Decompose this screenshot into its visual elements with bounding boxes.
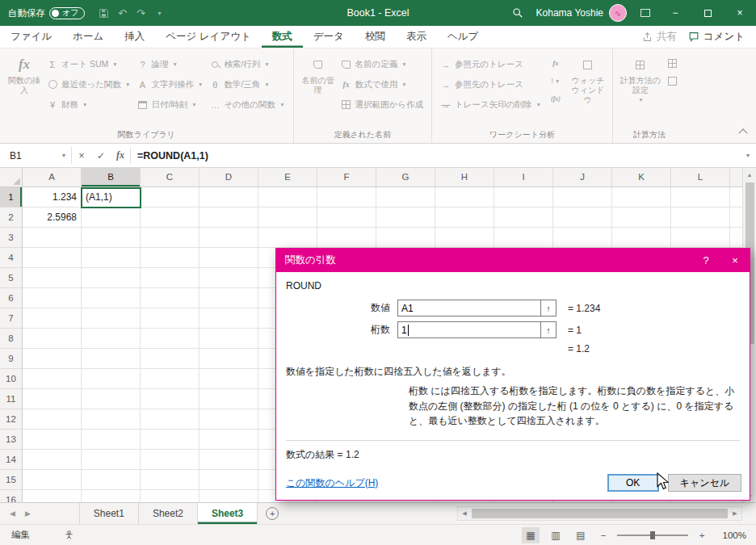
zoom-slider-thumb[interactable] [650, 531, 655, 539]
row-header[interactable]: 16 [0, 490, 23, 502]
tab-page-layout[interactable]: ページ レイアウト [155, 26, 262, 48]
scroll-right-icon[interactable]: ▶ [729, 510, 741, 517]
tab-home[interactable]: ホーム [62, 26, 114, 48]
digits-arg-input[interactable] [398, 322, 540, 337]
collapse-dialog-button[interactable]: ↑ [541, 321, 556, 338]
enter-entry-button[interactable]: ✓ [91, 144, 111, 167]
zoom-out-button[interactable]: − [597, 530, 610, 540]
column-header[interactable]: K [612, 168, 671, 187]
comments-button[interactable]: コメント [688, 30, 745, 44]
expand-formula-bar-button[interactable]: ▼ [740, 144, 756, 167]
column-header[interactable]: D [200, 168, 258, 187]
column-header[interactable]: J [553, 168, 612, 187]
sheet-tab[interactable]: Sheet3 [198, 503, 258, 524]
calculate-sheet-button[interactable] [665, 73, 681, 88]
trace-precedents-button[interactable]: → 参照元のトレース [437, 56, 544, 73]
account-button[interactable]: Kohama Yoshie ∿ [536, 4, 627, 22]
cancel-button[interactable]: キャンセル [668, 474, 741, 492]
tab-formulas[interactable]: 数式 [262, 26, 303, 48]
column-header[interactable]: H [435, 168, 494, 187]
financial-button[interactable]: ¥ 財務 ▼ [44, 96, 133, 113]
tab-review[interactable]: 校閲 [355, 26, 396, 48]
zoom-in-button[interactable]: + [695, 530, 708, 540]
cell-A2[interactable]: 2.5968 [23, 208, 81, 228]
search-button[interactable] [504, 0, 531, 26]
column-header[interactable]: B [82, 168, 141, 187]
more-functions-button[interactable]: … その他の関数 ▼ [206, 96, 288, 113]
scroll-up-icon[interactable]: ▲ [743, 168, 756, 181]
close-button[interactable]: × [724, 0, 756, 26]
zoom-level[interactable]: 100% [716, 530, 746, 540]
accessibility-checker-button[interactable] [64, 530, 74, 540]
zoom-slider[interactable] [617, 535, 688, 536]
column-header[interactable]: A [23, 168, 82, 187]
number-arg-field[interactable] [397, 300, 541, 317]
row-header[interactable]: 14 [0, 450, 23, 470]
tab-file[interactable]: ファイル [0, 26, 62, 48]
sheet-nav-left-icon[interactable]: ◀ [10, 509, 15, 518]
use-in-formula-button[interactable]: fx 数式で使用 ▼ [338, 76, 427, 93]
column-header[interactable]: C [141, 168, 200, 187]
column-header[interactable]: L [671, 168, 730, 187]
name-manager-button[interactable]: 名前の管理 [299, 52, 338, 95]
math-trig-button[interactable]: θ 数学/三角 ▼ [206, 76, 288, 93]
calculation-options-button[interactable]: 計算方法の設定 ▼ [618, 52, 663, 103]
text-functions-button[interactable]: A 文字列操作 ▼ [133, 76, 206, 93]
column-header[interactable]: F [317, 168, 376, 187]
lookup-reference-button[interactable]: 検索/行列 ▼ [206, 56, 288, 73]
autosave-switch[interactable]: オフ [49, 7, 85, 19]
define-name-button[interactable]: 名前の定義 ▼ [338, 56, 427, 73]
row-header[interactable]: 4 [0, 248, 23, 268]
tab-insert[interactable]: 挿入 [114, 26, 155, 48]
row-header[interactable]: 2 [0, 208, 23, 228]
cell-A1[interactable]: 1.234 [23, 187, 81, 208]
name-box[interactable]: B1 ▼ [0, 144, 71, 167]
formula-input[interactable]: =ROUND(A1,1) [131, 144, 740, 167]
horizontal-scroll-thumb[interactable] [472, 509, 728, 518]
tab-view[interactable]: 表示 [396, 26, 437, 48]
logical-button[interactable]: ? 論理 ▼ [133, 56, 206, 73]
page-layout-view-button[interactable]: ▥ [547, 527, 565, 543]
column-header[interactable]: G [376, 168, 435, 187]
show-formulas-button[interactable]: fx [548, 56, 564, 70]
row-header[interactable]: 12 [0, 409, 23, 430]
row-header[interactable]: 10 [0, 369, 23, 389]
autosave-toggle[interactable]: 自動保存 オフ [8, 7, 85, 19]
trace-dependents-button[interactable]: → 参照先のトレース [437, 76, 544, 93]
function-help-link[interactable]: この関数のヘルプ(H) [286, 476, 378, 490]
row-header[interactable]: 7 [0, 308, 23, 329]
row-header[interactable]: 8 [0, 329, 23, 349]
column-header[interactable]: E [258, 168, 317, 187]
digits-arg-field[interactable] [397, 321, 541, 338]
create-from-selection-button[interactable]: 選択範囲から作成 [338, 96, 427, 113]
calculate-now-button[interactable] [665, 56, 681, 70]
select-all-corner[interactable] [0, 168, 23, 187]
evaluate-formula-button[interactable]: (fx) [548, 91, 564, 106]
save-button[interactable] [94, 4, 112, 22]
horizontal-scrollbar[interactable]: ◀ ▶ [457, 506, 742, 521]
sheet-tab[interactable]: Sheet1 [79, 503, 139, 524]
normal-view-button[interactable]: ▦ [522, 527, 540, 543]
tab-data[interactable]: データ [303, 26, 355, 48]
row-header[interactable]: 5 [0, 268, 23, 288]
autosum-button[interactable]: Σ オート SUM ▼ [44, 56, 133, 73]
cancel-entry-button[interactable]: × [72, 144, 91, 167]
collapse-dialog-button[interactable]: ↑ [541, 300, 556, 317]
undo-button[interactable]: ↶ [113, 4, 131, 22]
dialog-close-button[interactable]: × [720, 249, 750, 272]
watch-window-button[interactable]: ウォッチ ウィンドウ [569, 52, 607, 105]
row-header[interactable]: 9 [0, 349, 23, 369]
row-header[interactable]: 6 [0, 288, 23, 308]
recently-used-button[interactable]: 最近使った関数 ▼ [44, 76, 133, 93]
scroll-left-icon[interactable]: ◀ [458, 510, 471, 517]
page-break-view-button[interactable]: ▤ [572, 527, 590, 543]
maximize-button[interactable] [691, 0, 724, 26]
row-header[interactable]: 3 [0, 228, 23, 248]
row-header[interactable]: 1 [0, 187, 23, 208]
redo-button[interactable]: ↷ [132, 4, 149, 22]
customize-qat-button[interactable]: ▼ [150, 4, 168, 22]
ribbon-display-options-button[interactable] [632, 0, 659, 26]
insert-function-fx-button[interactable]: fx [111, 144, 130, 167]
number-arg-input[interactable] [398, 300, 540, 316]
remove-arrows-button[interactable]: → トレース矢印の削除 ▼ [437, 96, 544, 113]
